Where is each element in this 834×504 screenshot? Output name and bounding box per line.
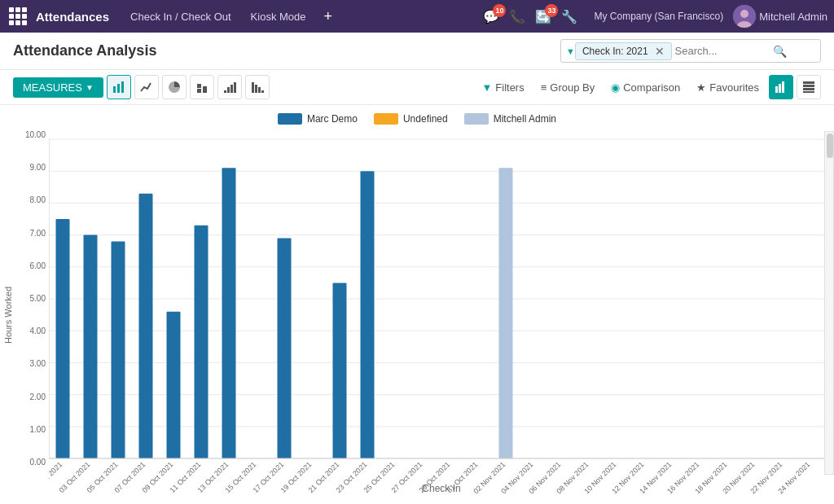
svg-rect-18 <box>779 84 781 93</box>
legend-mitchell-admin: Mitchell Admin <box>464 113 556 125</box>
svg-rect-47 <box>222 168 236 458</box>
svg-rect-16 <box>261 90 264 93</box>
svg-rect-7 <box>197 84 201 88</box>
filter-funnel-icon: ▼ <box>566 46 575 56</box>
comparison-icon: ◉ <box>611 81 620 94</box>
svg-rect-19 <box>782 81 784 93</box>
svg-rect-5 <box>121 81 124 93</box>
svg-rect-21 <box>803 85 814 87</box>
checkin-checkout-link[interactable]: Check In / Check Out <box>122 7 239 26</box>
y-axis-label: Hours Worked <box>3 287 13 344</box>
line-chart-button[interactable] <box>134 75 159 99</box>
svg-rect-4 <box>117 84 120 93</box>
svg-rect-41 <box>139 194 153 458</box>
y-tick-0: 0.00 <box>16 458 49 467</box>
svg-rect-12 <box>234 82 236 93</box>
svg-rect-3 <box>113 86 116 93</box>
filters-button[interactable]: ▼ Filters <box>475 78 530 97</box>
pie-chart-button[interactable] <box>162 75 187 99</box>
svg-point-1 <box>740 10 748 18</box>
app-grid-button[interactable] <box>7 5 29 28</box>
scrollbar-thumb[interactable] <box>827 134 833 158</box>
remove-filter-button[interactable]: ✕ <box>655 46 665 57</box>
settings-icon[interactable]: 🔧 <box>561 9 577 24</box>
star-icon: ★ <box>696 81 706 94</box>
svg-rect-50 <box>278 239 292 458</box>
favourites-button[interactable]: ★ Favourites <box>690 78 766 97</box>
page-title: Attendance Analysis <box>13 42 560 59</box>
svg-rect-23 <box>803 91 814 93</box>
search-submit-icon[interactable]: 🔍 <box>773 45 787 58</box>
top-navigation: Attendances Check In / Check Out Kiosk M… <box>0 0 834 33</box>
comparison-button[interactable]: ◉ Comparison <box>604 78 687 97</box>
toolbar: MEASURES ▼ ▼ Filters ≡ Group By ◉ Compar… <box>0 70 834 105</box>
measures-button[interactable]: MEASURES ▼ <box>13 77 103 98</box>
y-tick-4: 4.00 <box>16 327 49 335</box>
user-name[interactable]: Mitchell Admin <box>759 11 827 23</box>
comparison-label: Comparison <box>623 81 680 94</box>
filter-funnel-icon: ▼ <box>481 81 492 94</box>
grid-icon <box>9 7 27 25</box>
svg-rect-61 <box>499 168 513 458</box>
svg-rect-15 <box>258 87 261 93</box>
svg-rect-17 <box>775 86 778 93</box>
groupby-label: Group By <box>550 81 595 94</box>
svg-rect-9 <box>224 90 226 93</box>
groupby-button[interactable]: ≡ Group By <box>534 78 602 97</box>
notification-icons: 💬 10 📞 🔄 33 🔧 <box>483 9 577 24</box>
sort-desc-button[interactable] <box>245 75 270 99</box>
legend-mitchell-color <box>464 113 489 125</box>
add-button[interactable]: + <box>318 7 340 27</box>
svg-rect-53 <box>333 283 347 458</box>
chart-container: Marc Demo Undefined Mitchell Admin Hours… <box>0 105 834 504</box>
messages-badge: 10 <box>493 4 506 17</box>
table-view-button[interactable] <box>797 75 821 99</box>
legend-undefined: Undefined <box>374 113 448 125</box>
legend-undefined-label: Undefined <box>403 113 448 125</box>
measures-label: MEASURES <box>23 81 82 94</box>
y-tick-8: 8.00 <box>16 196 49 204</box>
legend-marc-demo: Marc Demo <box>278 113 358 125</box>
svg-rect-6 <box>197 89 201 93</box>
user-avatar[interactable] <box>733 5 756 28</box>
sort-asc-button[interactable] <box>217 75 242 99</box>
groupby-icon: ≡ <box>541 81 547 94</box>
svg-rect-45 <box>195 226 208 458</box>
svg-rect-37 <box>84 235 98 458</box>
messages-icon[interactable]: 💬 10 <box>483 9 499 24</box>
svg-rect-11 <box>230 85 233 93</box>
y-tick-1: 1.00 <box>16 426 49 434</box>
sub-header: Attendance Analysis ▼ Check In: 2021 ✕ 🔍 <box>0 33 834 70</box>
search-container: ▼ Check In: 2021 ✕ 🔍 <box>560 39 821 63</box>
kiosk-mode-link[interactable]: Kiosk Mode <box>243 7 314 26</box>
legend-undefined-color <box>374 113 398 125</box>
svg-rect-13 <box>252 82 254 93</box>
chart-view-button[interactable] <box>769 75 793 99</box>
svg-rect-39 <box>112 241 125 458</box>
svg-rect-43 <box>167 312 181 458</box>
vertical-scrollbar[interactable] <box>824 131 834 475</box>
svg-rect-35 <box>56 219 70 458</box>
chart-legend: Marc Demo Undefined Mitchell Admin <box>0 113 834 125</box>
svg-rect-22 <box>803 88 814 90</box>
app-title: Attendances <box>36 10 109 24</box>
bar-chart-svg: 01 Oct 202103 Oct 202105 Oct 202107 Oct … <box>49 131 824 499</box>
phone-icon[interactable]: 📞 <box>509 9 525 24</box>
stacked-chart-button[interactable] <box>190 75 214 99</box>
y-tick-3: 3.00 <box>16 360 49 368</box>
legend-mitchell-label: Mitchell Admin <box>494 113 556 125</box>
activity-badge: 33 <box>545 4 558 17</box>
svg-rect-8 <box>203 86 207 93</box>
bar-chart-button[interactable] <box>107 75 131 99</box>
y-tick-7: 7.00 <box>16 230 49 238</box>
y-tick-5: 5.00 <box>16 295 49 303</box>
y-tick-6: 6.00 <box>16 262 49 270</box>
active-filter-tag: Check In: 2021 ✕ <box>575 42 672 60</box>
y-tick-2: 2.00 <box>16 393 49 401</box>
view-toggle <box>769 75 821 99</box>
svg-rect-20 <box>803 81 814 84</box>
activity-icon[interactable]: 🔄 33 <box>535 9 551 24</box>
search-input[interactable] <box>672 42 770 60</box>
filter-tag-text: Check In: 2021 <box>582 46 648 57</box>
company-selector[interactable]: My Company (San Francisco) <box>587 7 730 25</box>
